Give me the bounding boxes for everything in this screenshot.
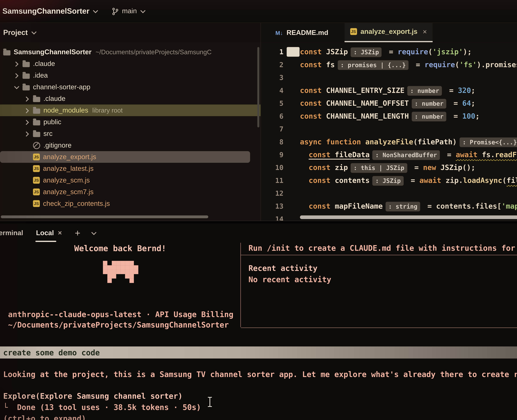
line-number[interactable]: 11: [261, 174, 284, 187]
tree-item-.claude[interactable]: .claude: [0, 58, 261, 69]
tree-item-name: analyze_scm7.js: [43, 188, 93, 196]
code-text: async function analyzeFile(filePath): Pr…: [300, 135, 517, 148]
chevron-spacer: [24, 166, 33, 171]
editor-horizontal-scrollbar[interactable]: [300, 215, 517, 219]
project-tool-header[interactable]: Project: [0, 23, 261, 42]
code-token: [436, 163, 440, 172]
markdown-file-icon: M↓: [276, 30, 283, 36]
code-line[interactable]: 10 const zip: this | JSZip = new JSZip()…: [261, 161, 517, 174]
gutter-fold-area[interactable]: [283, 58, 300, 71]
tree-item-check_zip_contents.js[interactable]: JScheck_zip_contents.js: [0, 198, 261, 210]
line-number[interactable]: 7: [261, 122, 284, 135]
gutter-fold-area[interactable]: [283, 45, 300, 58]
code-line[interactable]: 12: [261, 187, 517, 200]
folder-icon: [33, 132, 40, 137]
chevron-right-icon[interactable]: [14, 61, 23, 67]
line-number[interactable]: 9: [261, 148, 284, 161]
code-text: const zip: this | JSZip = new JSZip();: [300, 161, 475, 174]
tree-vertical-scrollbar[interactable]: [257, 47, 259, 128]
code-line[interactable]: 2const fs: promises | {...} = require('f…: [261, 58, 517, 71]
tree-item-.idea[interactable]: .idea: [0, 69, 261, 81]
tree-item-src[interactable]: src: [0, 128, 261, 140]
chevron-right-icon[interactable]: [24, 96, 33, 101]
code-line[interactable]: 9 const fileData: NonSharedBuffer = awai…: [261, 148, 517, 161]
chevron-spacer: [24, 189, 33, 195]
gutter-fold-area[interactable]: [283, 71, 300, 84]
user-prompt-line[interactable]: create some demo code: [0, 346, 517, 359]
code-line[interactable]: 1const JSZip: JSZip = require('jszip');: [261, 45, 517, 58]
chevron-right-icon[interactable]: [24, 108, 33, 113]
gutter-fold-area[interactable]: [283, 187, 300, 200]
terminal-output[interactable]: Welcome back Bernd! anthropic--claude-op…: [0, 243, 517, 420]
code-line[interactable]: 6const CHANNEL_NAME_LENGTH: number = 100…: [261, 110, 517, 122]
line-number[interactable]: 13: [261, 200, 284, 212]
line-number[interactable]: 2: [261, 58, 284, 71]
code-line[interactable]: 7: [261, 122, 517, 135]
tree-item-label: library root: [92, 107, 123, 114]
tree-item-analyze_export.js[interactable]: JSanalyze_export.js: [0, 151, 250, 163]
gutter-fold-area[interactable]: [283, 174, 300, 187]
main-area: Project SamsungChannelSorter ~/Documents…: [0, 23, 517, 221]
project-switcher-label: SamsungChannelSorter: [2, 7, 89, 16]
gutter-fold-area[interactable]: [283, 110, 300, 122]
code-line[interactable]: 5const CHANNEL_NAME_OFFSET: number = 64;: [261, 97, 517, 110]
new-terminal-button[interactable]: +: [75, 228, 80, 238]
tree-horizontal-scrollbar[interactable]: [1, 215, 208, 218]
chevron-right-icon[interactable]: [24, 119, 33, 125]
js-icon: JS: [33, 200, 40, 207]
gutter-fold-area[interactable]: [283, 161, 300, 174]
editor-tab-README.md[interactable]: M↓README.md: [270, 23, 334, 42]
chevron-right-icon[interactable]: [14, 73, 23, 78]
gutter-fold-area[interactable]: [283, 213, 300, 221]
code-line[interactable]: 11 const contents: JSZip = await zip.loa…: [261, 174, 517, 187]
close-icon[interactable]: ×: [423, 28, 427, 35]
folder-icon: [33, 97, 40, 102]
code-line[interactable]: 3: [261, 71, 517, 84]
project-switcher[interactable]: SamsungChannelSorter: [2, 7, 98, 16]
line-number[interactable]: 6: [261, 110, 284, 122]
code-area[interactable]: 1const JSZip: JSZip = require('jszip');2…: [261, 42, 517, 221]
code-token: filePath: [418, 137, 453, 146]
chevron-down-icon[interactable]: [14, 84, 23, 90]
line-number[interactable]: 1: [261, 45, 284, 58]
close-icon[interactable]: ×: [58, 229, 62, 237]
line-number[interactable]: 3: [261, 71, 284, 84]
code-line[interactable]: 8async function analyzeFile(filePath): P…: [261, 135, 517, 148]
code-text: const CHANNEL_NAME_LENGTH: number = 100;: [300, 110, 480, 122]
tree-item-node_modules[interactable]: node_moduleslibrary root: [0, 105, 261, 116]
code-token: const: [300, 86, 322, 94]
tree-item-.gitignore[interactable]: .gitignore: [0, 140, 261, 151]
code-text: const fileData: NonSharedBuffer = await …: [300, 148, 517, 161]
tree-item-channel-sorter-app[interactable]: channel-sorter-app: [0, 81, 261, 93]
code-token: [322, 112, 326, 120]
chevron-right-icon[interactable]: [24, 131, 33, 136]
line-number[interactable]: 5: [261, 97, 284, 110]
line-number[interactable]: 10: [261, 161, 284, 174]
gutter-fold-area[interactable]: [283, 148, 300, 161]
tree-item-analyze_scm.js[interactable]: JSanalyze_scm.js: [0, 174, 261, 186]
line-number[interactable]: 4: [261, 84, 284, 97]
code-line[interactable]: 4const CHANNEL_ENTRY_SIZE: number = 320;: [261, 84, 517, 97]
gutter-fold-area[interactable]: [283, 200, 300, 212]
tree-item-analyze_latest.js[interactable]: JSanalyze_latest.js: [0, 163, 261, 174]
branch-switcher[interactable]: main: [112, 7, 146, 15]
terminal-tab-local[interactable]: Local ×: [34, 224, 64, 243]
code-line[interactable]: 13 const mapFileName: string = contents.…: [261, 200, 517, 212]
gutter-fold-area[interactable]: [283, 135, 300, 148]
code-token: );: [463, 47, 472, 56]
tree-item-analyze_scm7.js[interactable]: JSanalyze_scm7.js: [0, 186, 261, 198]
tree-item-.claude[interactable]: .claude: [0, 93, 261, 105]
line-number[interactable]: 8: [261, 135, 284, 148]
line-number[interactable]: 14: [261, 213, 284, 221]
tree-item-public[interactable]: public: [0, 116, 261, 128]
gutter-fold-area[interactable]: [283, 122, 300, 135]
branch-name: main: [122, 7, 137, 15]
editor-tab-analyze_export.js[interactable]: JSanalyze_export.js×: [344, 23, 433, 42]
gutter-fold-area[interactable]: [283, 84, 300, 97]
panel-splitter[interactable]: [0, 221, 517, 224]
chevron-down-icon[interactable]: [91, 230, 96, 236]
gutter-fold-area[interactable]: [283, 97, 300, 110]
user-prompt-text: create some demo code: [3, 348, 100, 357]
line-number[interactable]: 12: [261, 187, 284, 200]
tree-root-item[interactable]: SamsungChannelSorter ~/Documents/private…: [0, 46, 261, 58]
